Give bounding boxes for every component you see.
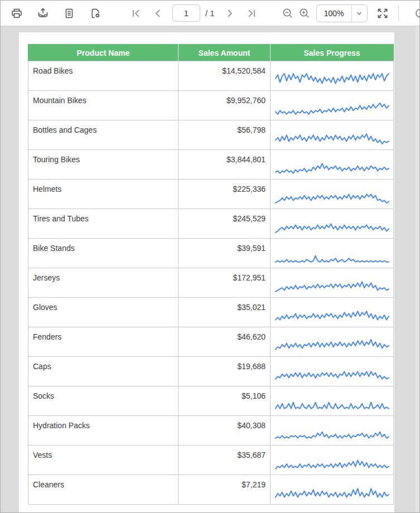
report-viewer: / 1: [0, 0, 420, 513]
table-row: Hydration Packs$40,308: [28, 416, 394, 446]
page-number-input[interactable]: [172, 4, 200, 22]
last-page-button[interactable]: [243, 5, 260, 22]
export-options-button[interactable]: [87, 5, 104, 22]
chevron-down-icon: [355, 9, 364, 18]
toolbar-zoom-group: 100%: [279, 4, 391, 22]
sales-progress-cell: [271, 150, 394, 180]
product-name-cell: Bike Stands: [28, 239, 178, 268]
sales-amount-cell: $39,591: [178, 239, 271, 268]
sparkline-chart: [274, 189, 390, 206]
sales-amount-cell: $3,844,801: [178, 150, 271, 180]
sparkline-chart: [274, 366, 390, 383]
product-name-cell: Caps: [28, 357, 178, 386]
next-page-button[interactable]: [221, 5, 238, 22]
sparkline-chart: [274, 396, 390, 413]
table-row: Bike Stands$39,591: [28, 239, 394, 268]
sparkline-chart: [274, 485, 390, 501]
print-button[interactable]: [8, 5, 25, 22]
product-name-cell: Fenders: [28, 327, 178, 357]
product-name-cell: Tires and Tubes: [28, 209, 178, 239]
sales-amount-cell: $225,336: [178, 180, 271, 209]
previous-page-button[interactable]: [149, 5, 166, 22]
product-name-cell: Road Bikes: [28, 61, 178, 91]
sales-progress-cell: [271, 120, 394, 150]
sales-amount-cell: $14,520,584: [178, 61, 271, 91]
export-button[interactable]: [35, 5, 51, 22]
refresh-icon: [414, 7, 420, 20]
sparkline-chart: [274, 100, 390, 117]
zoom-in-icon: [298, 7, 311, 20]
sales-amount-cell: $40,308: [178, 416, 271, 446]
sales-progress-cell: [271, 416, 394, 446]
first-page-button[interactable]: [128, 5, 144, 22]
zoom-level-value: 100%: [317, 5, 351, 22]
sparkline-chart: [274, 307, 390, 324]
document-button[interactable]: [61, 5, 78, 22]
table-row: Bottles and Cages$56,798: [28, 120, 394, 150]
table-row: Fenders$46,620: [28, 327, 394, 357]
toolbar-separator: [398, 6, 399, 21]
preview-area: Product Name Sales Amount Sales Progress…: [1, 26, 419, 512]
toolbar-right-group: [391, 5, 420, 22]
sales-progress-cell: [271, 268, 394, 298]
table-row: Tires and Tubes$245,529: [28, 209, 394, 239]
print-icon: [11, 7, 23, 20]
sales-amount-cell: $7,219: [178, 475, 271, 505]
sales-amount-cell: $245,529: [178, 209, 271, 239]
export-options-icon: [89, 7, 102, 20]
sparkline-chart: [274, 130, 390, 147]
sparkline-chart: [274, 455, 390, 472]
product-name-cell: Vests: [28, 446, 178, 475]
column-header-sales-amount: Sales Amount: [178, 45, 271, 61]
sparkline-chart: [274, 219, 390, 235]
sparkline-chart: [274, 425, 390, 442]
table-row: Cleaners$7,219: [28, 475, 394, 505]
product-name-cell: Gloves: [28, 298, 178, 327]
sparkline-chart: [274, 159, 390, 176]
table-row: Helmets$225,336: [28, 180, 394, 209]
refresh-button[interactable]: [412, 5, 420, 22]
table-header-row: Product Name Sales Amount Sales Progress: [28, 45, 394, 61]
table-row: Road Bikes$14,520,584: [28, 61, 394, 91]
sales-progress-cell: [271, 209, 394, 239]
zoom-out-icon: [282, 7, 294, 20]
vertical-scrollbar[interactable]: [416, 26, 419, 512]
product-name-cell: Socks: [28, 386, 178, 416]
zoom-in-button[interactable]: [296, 5, 313, 22]
toolbar-nav-group: / 1: [128, 4, 265, 22]
sales-progress-cell: [271, 298, 394, 327]
sparkline-chart: [274, 337, 390, 354]
sales-amount-cell: $5,106: [178, 386, 271, 416]
table-row: Mountain Bikes$9,952,760: [28, 91, 394, 120]
zoom-level-dropdown[interactable]: 100%: [316, 4, 368, 22]
fullscreen-button[interactable]: [374, 5, 391, 22]
product-name-cell: Touring Bikes: [28, 150, 178, 180]
table-row: Jerseys$172,951: [28, 268, 394, 298]
sales-amount-cell: $172,951: [178, 268, 271, 298]
product-name-cell: Hydration Packs: [28, 416, 178, 446]
sales-amount-cell: $35,687: [178, 446, 271, 475]
fullscreen-icon: [376, 7, 389, 20]
page-total-label: / 1: [205, 8, 215, 18]
table-row: Touring Bikes$3,844,801: [28, 150, 394, 180]
first-page-icon: [131, 8, 141, 18]
product-name-cell: Jerseys: [28, 268, 178, 298]
export-icon: [37, 7, 49, 20]
sales-amount-cell: $56,798: [178, 120, 271, 150]
toolbar-file-group: [8, 5, 113, 22]
table-row: Caps$19,688: [28, 357, 394, 386]
toolbar: / 1: [1, 1, 419, 26]
product-name-cell: Mountain Bikes: [28, 91, 178, 120]
sales-progress-cell: [271, 327, 394, 357]
sales-progress-cell: [271, 180, 394, 209]
zoom-dropdown-toggle[interactable]: [351, 5, 367, 22]
column-header-product-name: Product Name: [28, 45, 178, 61]
column-header-sales-progress: Sales Progress: [271, 45, 394, 61]
sparkline-chart: [274, 71, 390, 88]
table-body: Road Bikes$14,520,584Mountain Bikes$9,95…: [28, 61, 394, 505]
report-page: Product Name Sales Amount Sales Progress…: [19, 32, 394, 512]
sales-progress-cell: [271, 386, 394, 416]
table-row: Gloves$35,021: [28, 298, 394, 327]
zoom-out-button[interactable]: [279, 5, 296, 22]
last-page-icon: [247, 8, 257, 18]
